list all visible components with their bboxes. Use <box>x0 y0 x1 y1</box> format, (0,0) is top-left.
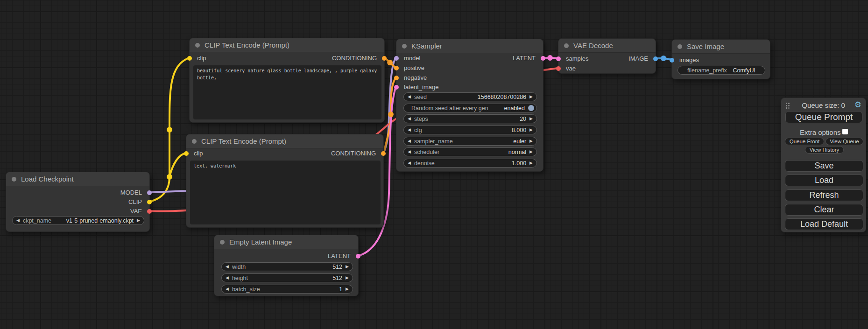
node-ksampler[interactable]: KSampler model positive negative latent_… <box>396 39 543 172</box>
node-graph-canvas[interactable]: Load Checkpoint MODEL CLIP VAE ◀ ckpt_na… <box>0 0 868 329</box>
node-title-bar[interactable]: KSampler <box>396 39 543 53</box>
widget-batch-size[interactable]: ◀ batch_size 1 ▶ <box>221 285 353 294</box>
reroute-dot[interactable] <box>167 127 172 133</box>
node-title: Empty Latent Image <box>229 238 292 246</box>
decrement-arrow-icon[interactable]: ◀ <box>408 150 411 154</box>
node-title: CLIP Text Encode (Prompt) <box>205 41 289 49</box>
collapse-dot-icon[interactable] <box>402 44 407 49</box>
increment-arrow-icon[interactable]: ▶ <box>529 95 533 99</box>
output-slot-image[interactable] <box>653 56 658 61</box>
reroute-dot[interactable] <box>388 112 394 117</box>
widget-name: Random seed after every gen <box>411 105 488 112</box>
load-button[interactable]: Load <box>785 175 863 186</box>
widget-scheduler[interactable]: ◀ scheduler normal ▶ <box>403 147 537 156</box>
node-clip-text-encode-positive[interactable]: CLIP Text Encode (Prompt) clip CONDITION… <box>189 38 385 123</box>
prompt-textarea[interactable]: beautiful scenery nature glass bottle la… <box>193 65 381 119</box>
collapse-dot-icon[interactable] <box>220 240 225 245</box>
output-slot-conditioning[interactable] <box>382 56 387 61</box>
node-title-bar[interactable]: VAE Decode <box>558 39 656 53</box>
node-title: KSampler <box>411 42 442 50</box>
output-slot-latent[interactable] <box>541 56 545 61</box>
clear-button[interactable]: Clear <box>785 204 863 216</box>
decrement-arrow-icon[interactable]: ◀ <box>226 276 229 280</box>
decrement-arrow-icon[interactable]: ◀ <box>408 128 411 132</box>
increment-arrow-icon[interactable]: ▶ <box>346 287 349 291</box>
node-title-bar[interactable]: CLIP Text Encode (Prompt) <box>186 134 383 148</box>
reroute-dot[interactable] <box>547 55 553 61</box>
widget-name: batch_size <box>232 286 260 293</box>
widget-filename-prefix[interactable]: filename_prefix ComfyUI <box>677 66 765 75</box>
collapse-dot-icon[interactable] <box>12 177 16 182</box>
input-slot-clip[interactable] <box>184 151 189 156</box>
input-slot-clip[interactable] <box>187 56 192 61</box>
widget-seed[interactable]: ◀ seed 156680208700286 ▶ <box>403 92 537 101</box>
extra-options-checkbox[interactable] <box>842 129 848 134</box>
input-slot-samples[interactable] <box>556 56 561 61</box>
view-queue-button[interactable]: View Queue <box>826 138 863 145</box>
decrement-arrow-icon[interactable]: ◀ <box>408 139 411 143</box>
refresh-button[interactable]: Refresh <box>785 189 863 201</box>
input-slot-latent-image[interactable] <box>394 85 399 90</box>
widget-steps[interactable]: ◀ steps 20 ▶ <box>403 114 537 123</box>
widget-random-seed[interactable]: Random seed after every gen enabled <box>403 104 537 112</box>
input-slot-model[interactable] <box>394 56 399 61</box>
output-slot-clip[interactable] <box>147 200 152 204</box>
node-vae-decode[interactable]: VAE Decode samples vae IMAGE <box>558 38 656 74</box>
decrement-arrow-icon[interactable]: ◀ <box>226 287 229 291</box>
input-slot-positive[interactable] <box>394 66 399 70</box>
collapse-dot-icon[interactable] <box>564 43 569 48</box>
node-load-checkpoint[interactable]: Load Checkpoint MODEL CLIP VAE ◀ ckpt_na… <box>6 172 150 232</box>
input-label: latent_image <box>404 83 438 92</box>
node-title-bar[interactable]: Load Checkpoint <box>6 172 149 186</box>
queue-size-label: Queue size: 0 <box>781 101 866 109</box>
reroute-dot[interactable] <box>167 174 172 180</box>
increment-arrow-icon[interactable]: ▶ <box>529 128 533 132</box>
reroute-dot[interactable] <box>387 60 393 65</box>
input-label: negative <box>404 73 427 83</box>
increment-arrow-icon[interactable]: ▶ <box>529 139 533 143</box>
node-title-bar[interactable]: Save Image <box>672 40 770 54</box>
output-slot-latent[interactable] <box>356 254 360 259</box>
increment-arrow-icon[interactable]: ▶ <box>137 218 140 223</box>
increment-arrow-icon[interactable]: ▶ <box>529 161 533 165</box>
random-seed-toggle[interactable] <box>528 105 534 111</box>
node-clip-text-encode-negative[interactable]: CLIP Text Encode (Prompt) clip CONDITION… <box>186 134 384 228</box>
node-title-bar[interactable]: Empty Latent Image <box>214 235 358 249</box>
collapse-dot-icon[interactable] <box>192 139 197 144</box>
queue-prompt-button[interactable]: Queue Prompt <box>785 111 862 123</box>
widget-sampler-name[interactable]: ◀ sampler_name euler ▶ <box>403 137 537 146</box>
decrement-arrow-icon[interactable]: ◀ <box>408 95 411 99</box>
output-label: LATENT <box>328 252 351 261</box>
widget-ckpt-name[interactable]: ◀ ckpt_name v1-5-pruned-emaonly.ckpt ▶ <box>12 216 144 225</box>
decrement-arrow-icon[interactable]: ◀ <box>16 218 20 223</box>
increment-arrow-icon[interactable]: ▶ <box>529 117 533 121</box>
prompt-textarea[interactable]: text, watermark <box>190 161 381 224</box>
widget-cfg[interactable]: ◀ cfg 8.000 ▶ <box>403 126 537 134</box>
reroute-dot[interactable] <box>661 56 666 61</box>
output-slot-model[interactable] <box>147 190 152 195</box>
node-title-bar[interactable]: CLIP Text Encode (Prompt) <box>190 38 384 52</box>
input-slot-vae[interactable] <box>556 66 561 71</box>
increment-arrow-icon[interactable]: ▶ <box>529 150 533 154</box>
decrement-arrow-icon[interactable]: ◀ <box>408 161 411 165</box>
save-button[interactable]: Save <box>785 160 863 172</box>
view-history-button[interactable]: View History <box>805 146 844 154</box>
input-slot-images[interactable] <box>670 58 674 63</box>
decrement-arrow-icon[interactable]: ◀ <box>226 265 229 269</box>
increment-arrow-icon[interactable]: ▶ <box>346 276 349 280</box>
load-default-button[interactable]: Load Default <box>785 218 863 230</box>
queue-front-button[interactable]: Queue Front <box>785 138 824 145</box>
output-slot-vae[interactable] <box>147 209 152 214</box>
widget-width[interactable]: ◀ width 512 ▶ <box>221 262 353 271</box>
settings-gear-icon[interactable]: ⚙ <box>854 101 861 109</box>
widget-denoise[interactable]: ◀ denoise 1.000 ▶ <box>403 159 537 168</box>
collapse-dot-icon[interactable] <box>195 43 200 48</box>
increment-arrow-icon[interactable]: ▶ <box>346 265 349 269</box>
output-slot-conditioning[interactable] <box>381 151 386 156</box>
widget-height[interactable]: ◀ height 512 ▶ <box>221 273 353 282</box>
input-slot-negative[interactable] <box>394 76 399 80</box>
decrement-arrow-icon[interactable]: ◀ <box>408 117 411 121</box>
collapse-dot-icon[interactable] <box>677 44 682 49</box>
node-empty-latent-image[interactable]: Empty Latent Image LATENT ◀ width 512 ▶ … <box>214 235 359 296</box>
node-save-image[interactable]: Save Image images filename_prefix ComfyU… <box>671 39 770 79</box>
